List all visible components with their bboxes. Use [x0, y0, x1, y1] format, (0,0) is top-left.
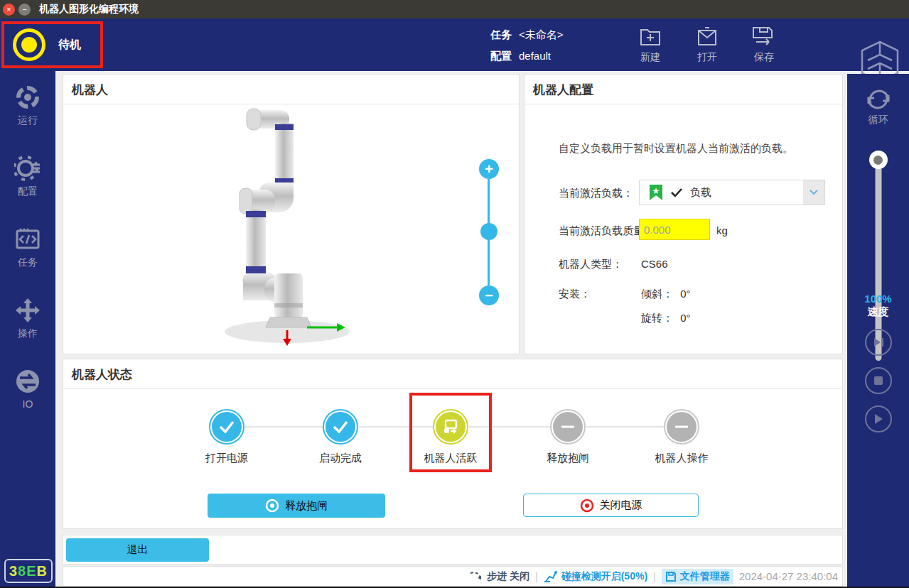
minus-icon: [560, 425, 576, 429]
step-mode-toggle[interactable]: 步进 关闭: [469, 570, 529, 583]
sidebar-item-label: 配置: [18, 185, 38, 198]
gear-icon: [14, 155, 41, 182]
speed-slider-handle[interactable]: [869, 151, 888, 169]
right-sidebar: 循环 100% 速度: [847, 74, 909, 588]
step-robot-operate: 机器人操作: [639, 409, 724, 465]
tilt-value: 0°: [680, 288, 690, 300]
app-header: 待机 任务<未命名> 配置default 新建 打开 保存: [0, 18, 909, 71]
sidebar-item-config[interactable]: 配置: [0, 155, 55, 206]
file-manager-icon: [665, 571, 677, 582]
payload-mass-unit: kg: [716, 224, 728, 236]
config-value: default: [519, 50, 551, 62]
svg-text:★: ★: [652, 186, 660, 196]
sidebar-item-label: 任务: [18, 256, 38, 269]
power-off-label: 关闭电源: [600, 499, 642, 512]
speed-label: 速度: [847, 305, 909, 318]
io-arrows-icon: [14, 368, 41, 395]
sidebar-item-label: 运行: [18, 114, 38, 127]
clock-timestamp: 2024-04-27 23:40:04: [739, 570, 838, 582]
file-manager-label: 文件管理器: [680, 570, 730, 583]
config-panel-title: 机器人配置: [525, 75, 842, 104]
stop-button[interactable]: [865, 367, 892, 394]
step-mode-label: 步进 关闭: [487, 570, 529, 583]
task-value: <未命名>: [519, 28, 564, 40]
minimize-icon[interactable]: −: [18, 4, 31, 16]
robot-status-panel: 机器人状态 打开电源 启动完成 机器人活跃 释放抱闸: [63, 359, 843, 529]
check-icon: [218, 420, 235, 433]
speed-value: 100%: [847, 293, 909, 305]
divider: [63, 388, 842, 389]
sidebar-item-label: IO: [23, 398, 33, 410]
new-button-label: 新建: [640, 51, 660, 64]
sidebar-item-operate[interactable]: 操作: [0, 297, 55, 348]
file-manager-button[interactable]: 文件管理器: [662, 569, 733, 584]
rotation-value: 0°: [680, 312, 690, 324]
exit-button[interactable]: 退出: [66, 538, 209, 562]
task-config-info: 任务<未命名> 配置default: [490, 24, 564, 67]
zoom-slider-track-lower[interactable]: [488, 240, 490, 285]
new-folder-icon: [638, 24, 662, 48]
sidebar-item-run[interactable]: 运行: [0, 84, 55, 135]
controller-id-badge: 38EB: [4, 559, 53, 583]
loop-label: 循环: [868, 114, 888, 126]
task-label: 任务: [490, 28, 512, 40]
rotation-row: 旋转： 0°: [641, 312, 691, 325]
step-label: 机器人操作: [655, 452, 709, 465]
minus-icon: [674, 425, 689, 429]
payload-dropdown[interactable]: ★ 负载: [639, 180, 825, 205]
save-button-label: 保存: [754, 51, 774, 64]
left-sidebar: 运行 配置 任务 操作 IO 38EB: [0, 71, 55, 588]
standby-status-annotation: 待机: [1, 21, 103, 68]
robot-config-panel: 机器人配置 自定义负载用于暂时设置机器人当前激活的负载。 当前激活负载： ★ 负…: [524, 74, 843, 354]
sidebar-item-task[interactable]: 任务: [0, 226, 55, 277]
tilt-row: 倾斜： 0°: [641, 288, 691, 301]
code-window-icon: [14, 226, 41, 253]
window-titlebar: × − 机器人图形化编程环境: [0, 0, 909, 18]
loop-button[interactable]: 循环: [847, 85, 909, 126]
divider: [525, 104, 842, 104]
open-icon: [695, 24, 719, 48]
exit-button-label: 退出: [127, 543, 149, 557]
release-brake-button[interactable]: 释放抱闸: [208, 494, 385, 518]
collision-label: 碰撞检测开启(50%): [561, 570, 647, 583]
rotation-label: 旋转：: [641, 312, 673, 324]
stop-icon: [873, 376, 883, 386]
step-label: 释放抱闸: [547, 452, 589, 465]
close-icon[interactable]: ×: [3, 4, 15, 16]
step-forward-icon: [873, 337, 884, 348]
chevron-down-icon[interactable]: [803, 180, 824, 205]
tilt-label: 倾斜：: [641, 288, 673, 300]
payload-description: 自定义负载用于暂时设置机器人当前激活的负载。: [559, 142, 793, 156]
standby-indicator-icon[interactable]: [13, 28, 45, 61]
separator: |: [653, 571, 656, 582]
config-label: 配置: [490, 50, 512, 62]
zoom-slider-handle[interactable]: [480, 223, 497, 240]
step-power-on: 打开电源: [184, 409, 269, 465]
mount-label: 安装：: [559, 288, 591, 301]
robot-type-label: 机器人类型：: [559, 258, 623, 271]
robot-type-value: CS66: [641, 258, 668, 270]
zoom-in-button[interactable]: +: [479, 159, 499, 179]
sidebar-item-io[interactable]: IO: [0, 368, 55, 419]
bookmark-star-icon: ★: [649, 184, 663, 201]
move-arrows-icon: [14, 297, 41, 324]
zoom-out-button[interactable]: −: [479, 285, 499, 305]
power-off-button[interactable]: 关闭电源: [523, 494, 699, 517]
play-button[interactable]: [865, 405, 892, 432]
exit-row: 退出: [63, 535, 843, 565]
robot-view-panel: 机器人: [63, 74, 520, 354]
save-button[interactable]: 保存: [741, 24, 787, 68]
record-circle-icon: [580, 499, 594, 513]
new-button[interactable]: 新建: [628, 24, 673, 68]
active-payload-label: 当前激活负载：: [559, 187, 633, 200]
active-step-annotation: [409, 393, 492, 472]
standby-status-label: 待机: [58, 38, 81, 53]
robot-3d-view[interactable]: [209, 104, 372, 352]
payload-mass-input[interactable]: [639, 219, 710, 240]
collision-detection-toggle[interactable]: 碰撞检测开启(50%): [544, 570, 647, 583]
step-forward-button[interactable]: [865, 329, 892, 356]
payload-dropdown-value: 负载: [690, 186, 711, 200]
separator: |: [535, 571, 538, 582]
loop-icon: [864, 85, 893, 114]
open-button[interactable]: 打开: [684, 24, 730, 68]
